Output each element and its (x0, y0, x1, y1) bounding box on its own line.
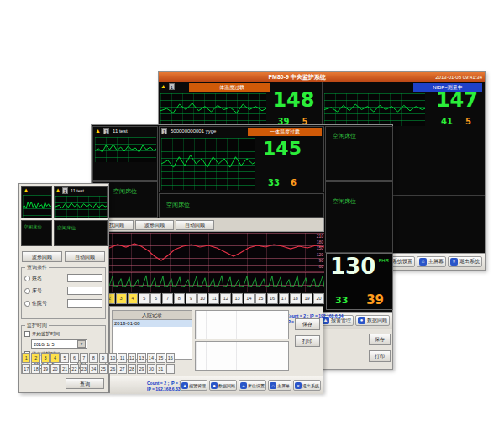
bed-selector-box[interactable]: 20 (50, 364, 59, 374)
bed-selector-box[interactable]: 8 (174, 293, 185, 304)
bed-selector-box[interactable]: 6 (70, 353, 78, 363)
auto-review-button[interactable]: 自动回顾 (65, 251, 105, 262)
bed-selector-box[interactable]: 16 (166, 353, 175, 363)
toolbar-button[interactable]: ⌂ 主屏幕 (417, 256, 446, 267)
checkbox[interactable] (24, 331, 30, 337)
waveform-review-button[interactable]: 波形回顾 (22, 251, 62, 262)
bed-panel-test[interactable]: ▲ 1 11 test (92, 126, 158, 181)
toolbar-button-label: 数据回顾 (218, 383, 235, 388)
toolbar-button[interactable]: ▲ 报警管理 (180, 380, 207, 391)
radio-button[interactable] (24, 301, 30, 307)
bed-selector-box[interactable]: 10 (108, 353, 117, 363)
query-condition-group: 查询条件 姓名 床号 (21, 267, 106, 319)
review-tab-button[interactable]: 波形回顾 (135, 220, 174, 230)
bed-selector-box[interactable]: 16 (267, 293, 278, 304)
bed-selector-box[interactable]: 21 (60, 364, 69, 374)
toolbar-button[interactable]: × 退出系统 (293, 380, 321, 391)
toolbar-button-label: 退出系统 (302, 383, 319, 388)
radio-button[interactable] (24, 288, 30, 294)
fhr-monitor-panel[interactable]: 130 FHR 33 39 (326, 253, 393, 310)
bed-selector-box[interactable]: 7 (162, 293, 173, 304)
bed-selector-number: 24 (91, 366, 96, 371)
bed-selector-box[interactable]: 24 (89, 364, 97, 374)
bed-selector-box[interactable]: 14 (244, 293, 255, 304)
start-date-select[interactable]: 2010/ 1/ 5 ▾ (31, 339, 87, 349)
bed-selector-box[interactable]: 13 (137, 353, 145, 363)
query-text-input[interactable] (67, 274, 102, 282)
bed-selector-box[interactable]: 28 (128, 364, 136, 374)
bed-selector-box[interactable]: 22 (70, 364, 78, 374)
fhr-value: 148 (272, 90, 314, 110)
bed-panel-alarm-145[interactable]: 1 500000000001 yyge 一体温度过载 145 33 6 (159, 126, 324, 192)
radio-button[interactable] (24, 276, 30, 281)
bed-selector-box[interactable]: 2 (31, 353, 39, 363)
bed-selector-box[interactable]: 18 (31, 364, 39, 374)
bed-panel-mini[interactable]: ▲ (21, 186, 52, 218)
query-text-input[interactable] (67, 299, 102, 308)
bed-selector-number: 15 (258, 296, 263, 301)
bed-selector-box[interactable]: 11 (208, 293, 219, 304)
bed-selector-box[interactable]: 13 (232, 293, 243, 304)
bed-selector-box[interactable]: 4 (50, 353, 59, 363)
bed-selector-box[interactable]: 14 (147, 353, 155, 363)
bed-selector-box[interactable]: 7 (80, 353, 88, 363)
toolbar-button-icon: ● (211, 382, 218, 389)
bed-selector-box[interactable]: 25 (99, 364, 108, 374)
bed-panel-nibp-147[interactable]: NIBP=测量中 147 41 5 (323, 82, 486, 129)
toolbar-button[interactable]: × 退出系统 (448, 256, 482, 267)
bed-selector-box[interactable]: 9 (99, 353, 108, 363)
bed-panel-idle[interactable]: 空闲床位 (159, 193, 324, 218)
bed-panel-idle[interactable]: 空闲床位 (325, 126, 393, 181)
bed-selector-box[interactable]: 3 (116, 293, 127, 304)
bed-selector-box[interactable]: 4 (128, 293, 139, 304)
bed-selector-box[interactable]: 31 (156, 364, 165, 374)
record-list-item[interactable]: 2013-01-08 (113, 320, 192, 327)
bed-selector-box[interactable]: 17 (279, 293, 290, 304)
bed-panel-idle[interactable]: 空闲床位 (54, 220, 108, 246)
bed-selector-box[interactable]: 11 (118, 353, 126, 363)
bed-selector-number: 1 (25, 355, 28, 360)
toolbar-button[interactable]: ● 数据回顾 (209, 380, 237, 391)
bed-selector-box[interactable]: 15 (255, 293, 266, 304)
bed-selector-box[interactable]: 5 (139, 293, 150, 304)
bed-selector-box[interactable]: 12 (128, 353, 136, 363)
bed-selector-number: 14 (246, 296, 251, 301)
print-button[interactable]: 打印 (295, 335, 320, 347)
bed-selector-box[interactable]: 26 (108, 364, 117, 374)
bed-selector-box[interactable]: 19 (302, 293, 312, 304)
bed-selector-box[interactable]: 23 (80, 364, 88, 374)
bed-panel-test[interactable]: ▲ 1 11 test (54, 186, 108, 218)
bed-selector-box[interactable]: 12 (220, 293, 231, 304)
bed-selector-box[interactable]: 10 (197, 293, 208, 304)
bed-selector-box[interactable]: 30 (147, 364, 155, 374)
toolbar-button[interactable]: + 床位设置 (239, 380, 266, 391)
bed-selector-box[interactable]: 19 (41, 364, 50, 374)
bed-selector-box[interactable] (166, 364, 175, 374)
toolbar-button[interactable]: ⌂ 主屏幕 (268, 380, 291, 391)
bed-selector-box[interactable]: 20 (313, 293, 324, 304)
bed-selector-box[interactable]: 29 (137, 364, 145, 374)
window-titlebar[interactable]: PM80-9 中央监护系统 2013-01-08 09:41:34 (159, 72, 485, 82)
bed-selector-box[interactable]: 1 (22, 353, 30, 363)
bed-panel-alarm-148[interactable]: ▲ 1 一体温度过载 148 39 5 (159, 82, 322, 129)
monitor-time-legend: 监护时间 (25, 323, 49, 329)
record-list-header: 入院记录 (112, 310, 192, 319)
bed-selector-box[interactable]: 27 (118, 364, 126, 374)
save-button[interactable]: 保存 (295, 318, 320, 330)
print-button[interactable]: 打印 (369, 350, 391, 362)
bed-selector-box[interactable]: 8 (89, 353, 97, 363)
review-tab-button[interactable]: 自动回顾 (176, 220, 214, 230)
bed-selector-box[interactable]: 18 (290, 293, 301, 304)
bed-selector-box[interactable]: 9 (186, 293, 197, 304)
bed-selector-box[interactable]: 17 (22, 364, 30, 374)
query-text-input[interactable] (67, 287, 102, 295)
query-button[interactable]: 查询 (66, 378, 104, 389)
bed-selector-box[interactable]: 3 (41, 353, 50, 363)
bed-selector-box[interactable]: 5 (60, 353, 69, 363)
toolbar-button[interactable]: ● 数据回顾 (355, 315, 390, 326)
bed-panel-idle[interactable]: 空闲床位 (21, 220, 52, 246)
bed-selector-box[interactable]: 6 (150, 293, 161, 304)
bed-panel-idle[interactable]: 空闲床位 (325, 181, 393, 253)
save-button[interactable]: 保存 (369, 334, 391, 345)
bed-selector-box[interactable]: 15 (156, 353, 165, 363)
